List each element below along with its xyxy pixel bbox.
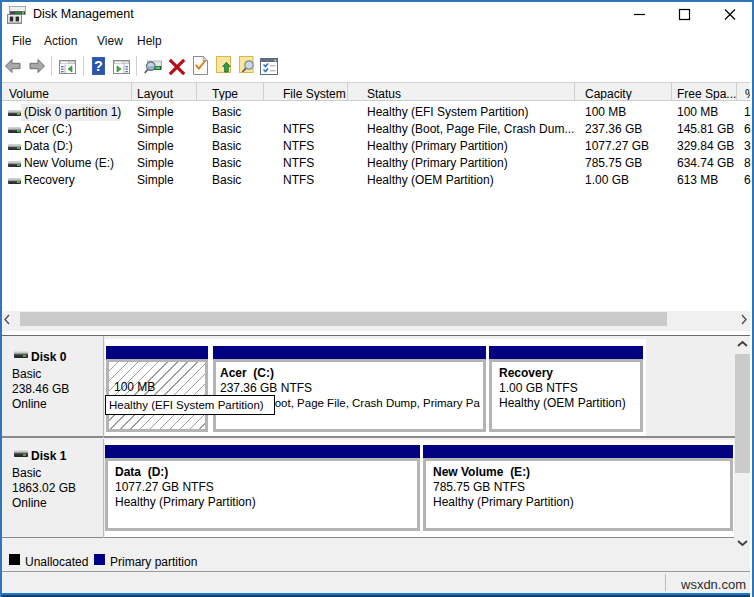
svg-text:?: ? — [94, 58, 103, 74]
